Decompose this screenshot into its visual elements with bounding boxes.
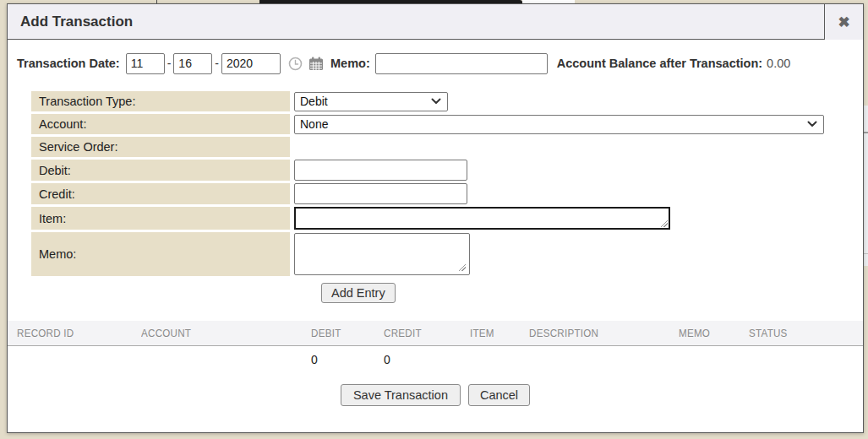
col-status: STATUS [740,321,863,346]
background-page-edge [864,106,868,266]
form-row-memo: Memo: [31,232,853,276]
col-record-id: RECORD ID [8,321,132,346]
balance-value: 0.00 [767,57,790,70]
cell-status [740,346,863,374]
form-row-service-order: Service Order: [31,137,853,157]
col-credit: CREDIT [374,321,461,346]
account-select[interactable]: None [294,115,824,134]
close-icon: ✖ [838,14,849,31]
cell-credit: 0 [374,346,461,374]
col-memo: MEMO [669,321,740,346]
dialog-footer: Save Transaction Cancel [8,384,863,406]
cell-description [520,346,669,374]
memo-label: Memo: [330,57,370,70]
memo-input[interactable] [375,53,548,74]
form-row-debit: Debit: [31,160,853,181]
add-transaction-dialog: Add Transaction ✖ Transaction Date: - - [7,3,864,433]
dialog-title: Add Transaction [8,14,133,30]
clock-icon[interactable] [288,57,303,71]
cancel-button[interactable]: Cancel [468,384,530,406]
col-item: ITEM [461,321,520,346]
date-separator: - [215,57,219,70]
table-header-row: RECORD ID ACCOUNT DEBIT CREDIT ITEM DESC… [8,321,863,346]
dialog-header: Add Transaction ✖ [8,4,863,40]
cell-debit: 0 [302,346,374,374]
balance-label: Account Balance after Transaction: [557,57,762,70]
background-line [864,132,868,133]
transaction-type-select[interactable]: Debit [294,92,448,111]
col-account: ACCOUNT [132,321,302,346]
save-transaction-button[interactable]: Save Transaction [341,384,461,406]
service-order-label: Service Order: [31,137,290,157]
transaction-type-value: Debit [300,95,328,108]
item-input[interactable] [294,207,670,230]
add-entry-button[interactable]: Add Entry [321,283,396,303]
credit-input[interactable] [294,183,467,204]
form-row-item: Item: [31,207,853,230]
transaction-date-label: Transaction Date: [17,57,120,70]
date-month-input[interactable] [126,53,165,74]
account-label: Account: [31,114,290,134]
form-row-account: Account: None [31,114,853,134]
chevron-down-icon [807,121,817,127]
form-row-transaction-type: Transaction Type: Debit [31,91,853,111]
resize-grip-icon[interactable] [458,263,466,271]
memo-field-label: Memo: [31,232,290,276]
cell-item [461,346,520,374]
transaction-type-label: Transaction Type: [31,91,290,111]
cell-memo [669,346,740,374]
item-label: Item: [31,207,290,230]
date-memo-row: Transaction Date: - - Memo: [17,52,853,74]
calendar-icon[interactable] [308,57,324,71]
chevron-down-icon [431,98,441,105]
col-description: DESCRIPTION [520,321,669,346]
cell-account [132,346,302,374]
date-day-input[interactable] [173,53,212,74]
form-row-credit: Credit: [31,183,853,204]
debit-label: Debit: [31,160,290,181]
date-year-input[interactable] [221,53,281,74]
col-debit: DEBIT [302,321,374,346]
date-separator: - [167,57,172,70]
cell-record-id [8,346,132,374]
memo-textarea[interactable] [294,233,470,275]
entries-table: RECORD ID ACCOUNT DEBIT CREDIT ITEM DESC… [8,321,863,373]
transaction-form: Transaction Type: Debit Account: None [31,91,853,303]
debit-input[interactable] [294,160,467,181]
resize-grip-icon[interactable] [660,220,668,227]
account-value: None [300,117,328,131]
credit-label: Credit: [31,183,290,204]
table-row: 0 0 [8,346,863,374]
background-line [864,253,868,254]
close-button[interactable]: ✖ [824,4,863,40]
